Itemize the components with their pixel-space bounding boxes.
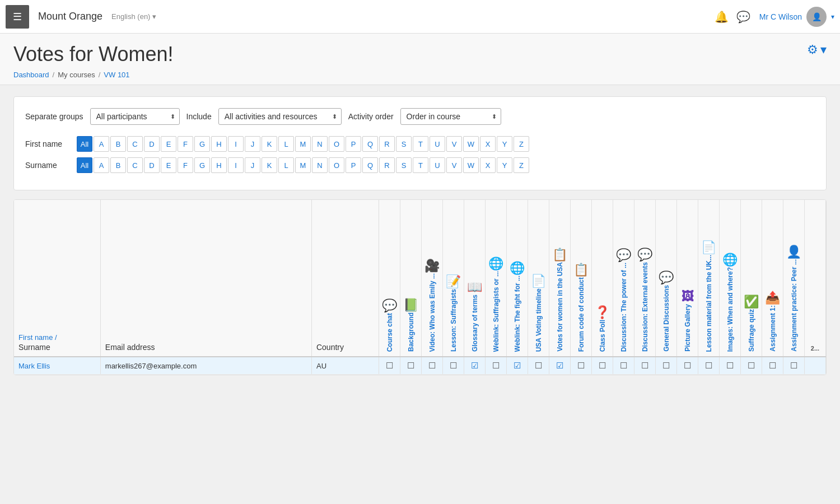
- checkbox-checked-0-6[interactable]: ☑: [514, 361, 521, 370]
- notification-icon[interactable]: 🔔: [715, 10, 729, 24]
- surname-alpha-m[interactable]: M: [295, 157, 311, 173]
- checkbox-unchecked-0-5[interactable]: ☐: [492, 361, 500, 370]
- checkbox-unchecked-0-18[interactable]: ☐: [769, 361, 776, 370]
- checkbox-checked-0-4[interactable]: ☑: [471, 361, 478, 370]
- firstname-alpha-k[interactable]: K: [262, 136, 277, 152]
- firstname-alpha-p[interactable]: P: [346, 136, 361, 152]
- messages-icon[interactable]: 💬: [736, 10, 750, 24]
- surname-alpha-t[interactable]: T: [413, 157, 428, 173]
- firstname-alpha-f[interactable]: F: [178, 136, 193, 152]
- firstname-alpha-x[interactable]: X: [480, 136, 496, 152]
- checkbox-unchecked-0-1[interactable]: ☐: [407, 361, 414, 370]
- surname-alpha-f[interactable]: F: [178, 157, 193, 173]
- surname-alpha-q[interactable]: Q: [362, 157, 378, 173]
- checkbox-unchecked-0-7[interactable]: ☐: [535, 361, 542, 370]
- checkbox-unchecked-0-0[interactable]: ☐: [386, 361, 393, 370]
- surname-alpha-d[interactable]: D: [144, 157, 160, 173]
- checkbox-unchecked-0-3[interactable]: ☐: [450, 361, 457, 370]
- separate-groups-select[interactable]: All participants: [90, 108, 180, 125]
- surname-alpha-v[interactable]: V: [446, 157, 462, 173]
- surname-alpha-b[interactable]: B: [110, 157, 126, 173]
- firstname-alpha-m[interactable]: M: [295, 136, 311, 152]
- firstname-alpha-c[interactable]: C: [127, 136, 143, 152]
- firstname-alpha-d[interactable]: D: [144, 136, 160, 152]
- firstname-alpha-j[interactable]: J: [245, 136, 260, 152]
- breadcrumb-vw101[interactable]: VW 101: [104, 71, 129, 79]
- surname-alpha-l[interactable]: L: [278, 157, 294, 173]
- cell-check-0-1: ☐: [400, 357, 422, 375]
- checkbox-unchecked-0-13[interactable]: ☐: [662, 361, 670, 370]
- checkbox-unchecked-0-12[interactable]: ☐: [641, 361, 648, 370]
- firstname-alpha-b[interactable]: B: [110, 136, 126, 152]
- firstname-alpha-a[interactable]: A: [94, 136, 109, 152]
- firstname-alpha-o[interactable]: O: [329, 136, 344, 152]
- firstname-alpha-h[interactable]: H: [211, 136, 227, 152]
- surname-alpha-w[interactable]: W: [463, 157, 479, 173]
- surname-alpha-k[interactable]: K: [262, 157, 277, 173]
- surname-alpha-r[interactable]: R: [379, 157, 395, 173]
- surname-alpha-c[interactable]: C: [127, 157, 143, 173]
- checkbox-unchecked-0-9[interactable]: ☐: [577, 361, 585, 370]
- cell-check-0-8: ☑: [549, 357, 571, 375]
- gear-button[interactable]: ⚙ ▾: [807, 43, 827, 57]
- surname-alpha-i[interactable]: I: [228, 157, 244, 173]
- checkbox-unchecked-0-19[interactable]: ☐: [790, 361, 797, 370]
- firstname-alpha-r[interactable]: R: [379, 136, 395, 152]
- surname-alpha-y[interactable]: Y: [497, 157, 512, 173]
- user-link-0[interactable]: Mark Ellis: [18, 362, 50, 370]
- checkbox-unchecked-0-17[interactable]: ☐: [748, 361, 755, 370]
- surname-alpha-s[interactable]: S: [396, 157, 412, 173]
- firstname-alpha-l[interactable]: L: [278, 136, 294, 152]
- firstname-alpha-y[interactable]: Y: [497, 136, 512, 152]
- firstname-alpha-t[interactable]: T: [413, 136, 428, 152]
- activity-order-wrapper: Order in course: [400, 108, 501, 125]
- checkbox-unchecked-0-15[interactable]: ☐: [705, 361, 712, 370]
- menu-button[interactable]: ☰: [6, 5, 29, 29]
- firstname-alpha-z[interactable]: Z: [514, 136, 529, 152]
- firstname-alpha-e[interactable]: E: [161, 136, 176, 152]
- checkbox-unchecked-0-11[interactable]: ☐: [620, 361, 627, 370]
- activity-order-label: Activity order: [348, 112, 394, 121]
- firstname-alpha-g[interactable]: G: [194, 136, 210, 152]
- col-icon-suffrage-quiz: ✅: [744, 295, 759, 309]
- firstname-alpha-v[interactable]: V: [446, 136, 462, 152]
- col-icon-lesson-uk: 📄: [701, 240, 716, 255]
- include-select[interactable]: All activities and resources: [218, 108, 342, 125]
- col-header-glossary: 📖 Glossary of terms: [464, 200, 486, 357]
- firstname-alpha-i[interactable]: I: [228, 136, 244, 152]
- firstname-alpha-s[interactable]: S: [396, 136, 412, 152]
- breadcrumb-dashboard[interactable]: Dashboard: [13, 71, 49, 79]
- firstname-alpha-q[interactable]: Q: [362, 136, 378, 152]
- cell-check-0-15: ☐: [698, 357, 720, 375]
- checkbox-unchecked-0-14[interactable]: ☐: [684, 361, 691, 370]
- cell-check-0-18: ☐: [762, 357, 783, 375]
- surname-alpha-g[interactable]: G: [194, 157, 210, 173]
- surname-alpha-a[interactable]: A: [94, 157, 109, 173]
- checkbox-unchecked-0-10[interactable]: ☐: [599, 361, 606, 370]
- surname-alpha-e[interactable]: E: [161, 157, 176, 173]
- col-icon-discussion-external: 💬: [637, 248, 652, 262]
- surname-alpha-o[interactable]: O: [329, 157, 344, 173]
- user-menu[interactable]: Mr C Wilson 👤 ▾: [759, 7, 834, 27]
- surname-alpha-x[interactable]: X: [480, 157, 496, 173]
- surname-alpha-all[interactable]: All: [77, 157, 92, 173]
- activity-order-select[interactable]: Order in course: [400, 108, 501, 125]
- firstname-alpha-all[interactable]: All: [77, 136, 92, 152]
- sort-firstname[interactable]: First name /: [18, 333, 96, 342]
- col-header-suffrage-quiz: ✅ Suffrage quiz: [741, 200, 762, 357]
- surname-alpha-u[interactable]: U: [430, 157, 445, 173]
- surname-alpha-n[interactable]: N: [312, 157, 328, 173]
- surname-alpha-p[interactable]: P: [346, 157, 361, 173]
- surname-alpha-j[interactable]: J: [245, 157, 260, 173]
- checkbox-unchecked-0-2[interactable]: ☐: [428, 361, 436, 370]
- checkbox-unchecked-0-16[interactable]: ☐: [726, 361, 734, 370]
- firstname-alpha-w[interactable]: W: [463, 136, 479, 152]
- firstname-alpha-u[interactable]: U: [430, 136, 445, 152]
- checkbox-checked-0-8[interactable]: ☑: [556, 361, 563, 370]
- surname-alpha-h[interactable]: H: [211, 157, 227, 173]
- surname-alpha-z[interactable]: Z: [514, 157, 529, 173]
- col-header-text-lesson-uk: Lesson material from the UK...: [705, 255, 713, 352]
- firstname-alpha-n[interactable]: N: [312, 136, 328, 152]
- col-header-weblink-suffragists: 🌐 Weblink: Suffragists or ...: [486, 200, 507, 357]
- language-selector[interactable]: English (en) ▾: [111, 12, 156, 21]
